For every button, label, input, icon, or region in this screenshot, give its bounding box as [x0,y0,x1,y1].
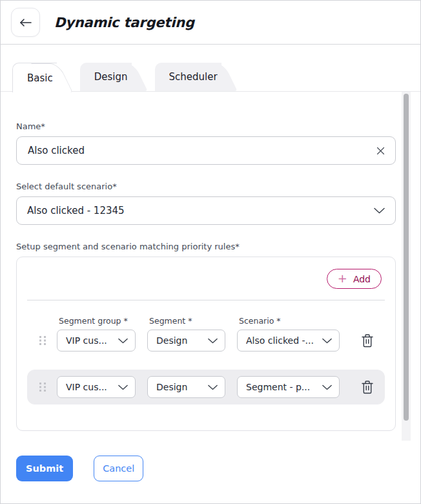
submit-button[interactable]: Submit [16,456,73,481]
clear-name-button[interactable] [375,145,386,156]
cancel-button[interactable]: Cancel [94,456,143,481]
segment-value: Design [156,382,187,392]
footer: Submit Cancel [1,456,420,481]
rule-column-headers: Segment group * Segment * Scenario * [27,316,385,326]
scenario-value: Also clicked -... [246,335,314,346]
drag-handle-icon[interactable] [39,383,46,392]
column-spacer [27,316,57,326]
rule-row-2-highlight: VIP cus... Design Segment - p... [27,370,385,404]
segment-group-column-label: Segment group * [57,316,147,326]
add-row: + Add [27,269,385,289]
scenario-select[interactable]: Segment - p... [237,376,340,398]
drag-handle-icon[interactable] [39,336,46,345]
rules-panel: + Add Segment group * Segment * Scenario… [16,257,396,431]
tab-design[interactable]: Design [80,63,132,91]
rule-row-2: VIP cus... Design Segment - p... [27,376,385,398]
trash-icon [362,381,373,394]
tab-scheduler[interactable]: Scheduler [155,63,221,91]
segment-select[interactable]: Design [147,376,225,398]
tab-content-basic: Name* Select default scenario* Also clic… [1,91,420,440]
scenario-select[interactable]: Also clicked -... [237,330,340,352]
rule-row-1: VIP cus... Design Also clicked -... [27,330,385,352]
segment-column-label: Segment * [147,316,237,326]
segment-select[interactable]: Design [147,330,225,352]
header: Dynamic targeting [1,1,420,45]
chevron-down-icon [208,338,218,344]
tab-design-label: Design [94,71,128,83]
tab-basic-label: Basic [27,72,53,84]
chevron-down-icon [374,207,385,214]
back-button[interactable] [11,8,40,37]
page-title: Dynamic targeting [54,15,194,30]
default-scenario-value: Also clicked - 12345 [27,205,125,216]
name-input[interactable] [17,145,395,156]
segment-group-value: VIP cus... [66,335,107,346]
rules-label: Setup segment and scenario matching prio… [16,242,395,251]
name-field [16,136,396,165]
segment-group-select[interactable]: VIP cus... [57,376,136,398]
add-rule-label: Add [353,274,371,284]
segment-group-select[interactable]: VIP cus... [57,330,136,352]
delete-rule-button[interactable] [360,333,375,348]
close-icon [376,147,385,155]
tab-bar: Basic Design Scheduler [1,63,420,91]
default-scenario-select[interactable]: Also clicked - 12345 [16,196,396,225]
chevron-down-icon [322,338,332,344]
chevron-down-icon [118,338,128,344]
divider [27,300,385,300]
add-rule-button[interactable]: + Add [327,269,382,289]
default-scenario-label: Select default scenario* [16,182,395,191]
segment-value: Design [156,335,187,346]
scrollbar-thumb[interactable] [404,94,409,421]
scrollbar[interactable] [402,92,411,441]
plus-icon: + [338,273,347,284]
name-label: Name* [16,121,395,131]
delete-rule-button[interactable] [360,379,375,395]
scenario-column-label: Scenario * [237,316,340,326]
chevron-down-icon [322,384,332,390]
tab-scheduler-label: Scheduler [169,71,218,83]
scenario-value: Segment - p... [246,382,310,392]
chevron-down-icon [208,384,218,390]
chevron-down-icon [118,384,128,390]
trash-icon [362,334,373,348]
tab-basic[interactable]: Basic [12,63,57,92]
back-arrow-icon [19,18,32,27]
segment-group-value: VIP cus... [66,382,107,392]
